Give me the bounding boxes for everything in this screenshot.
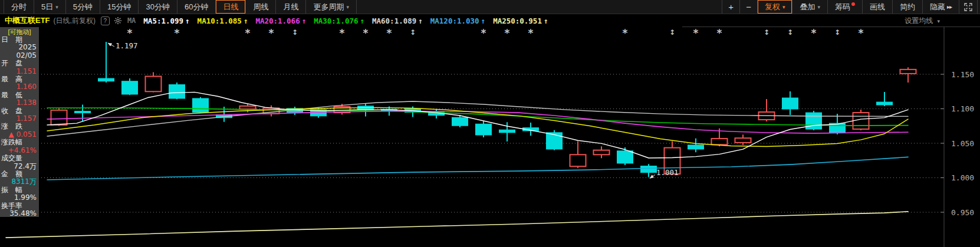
ma-prefix-label: MA [127,17,136,25]
panel-field-label: 日 期 [0,36,39,44]
period-tab-label: 15分钟 [107,2,131,12]
updown-marker-icon: ↕ [669,28,675,37]
up-arrow-icon: ↑ [481,17,486,25]
star-marker-icon: * [859,27,864,39]
tool-button-6[interactable]: 隐藏▸▸ [923,0,959,14]
period-tab-label: 5分钟 [73,2,93,12]
ma-values: MA5:1.099↑MA10:1.085↑MA20:1.066↑MA30:1.0… [136,17,548,25]
panel-field-label: 金 额 [0,170,39,178]
ohlc-data-panel[interactable]: [可拖动] 日 期202502/05开 盘1.151最 高1.160最 低1.1… [0,27,39,217]
chevron-down-icon: ▾ [817,4,820,10]
panel-field-value: 35.48% [0,210,39,218]
candlestick-chart[interactable]: 1.1501.1001.0501.0000.950****↕***↕****↕*… [0,0,980,247]
period-tab-label: 周线 [253,2,268,12]
star-marker-icon: * [245,27,251,39]
ma-value-ma120: MA120:1.030↑ [430,17,485,25]
ma-value-ma5: MA5:1.099↑ [143,17,189,25]
tool-button-2[interactable]: 叠加▾ [792,0,828,14]
period-tab-label: 日线 [223,2,238,12]
star-marker-icon: * [528,27,534,39]
help-icon[interactable]: ? [101,17,110,25]
chevron-down-icon: ▾ [782,4,785,10]
gear-icon[interactable] [114,17,122,25]
ma-line-ma250 [6,212,908,238]
panel-field-value: 02/05 [0,52,39,60]
panel-field-value: 1.138 [0,99,39,107]
period-tab-1[interactable]: 分时 [4,0,34,14]
up-arrow-icon: ↑ [544,17,548,25]
star-marker-icon: * [363,27,369,39]
updown-marker-icon: ↕ [764,28,769,37]
chart-tools: +−复权▾叠加▾筹码画线简约隐藏▸▸ [722,0,978,14]
settings-underline [682,27,980,27]
zoom-out-button[interactable]: − [740,0,758,14]
annotation-label: 1.197 [116,41,138,50]
period-tab-label: 更多周期 [313,2,344,12]
chevron-down-icon: ▾ [346,4,349,10]
updown-marker-icon: ↕ [292,28,298,37]
ma-value-ma30: MA30:1.076↑ [314,17,364,25]
period-tab-label: 60分钟 [185,2,208,12]
panel-field-value: 2025 [0,44,39,51]
star-marker-icon: * [481,27,486,39]
period-tab-7[interactable]: 日线 [216,0,246,14]
period-tab-8[interactable]: 周线 [246,0,276,14]
period-tab-10[interactable]: 更多周期▾ [306,0,357,14]
updown-marker-icon: ↕ [787,28,793,37]
period-tab-5[interactable]: 30分钟 [139,0,177,14]
zoom-in-button[interactable]: + [722,0,740,14]
panel-field-label: 成交量 [0,154,39,162]
star-marker-icon: * [505,27,510,39]
period-tab-9[interactable]: 月线 [276,0,306,14]
fullscreen-button[interactable] [959,0,978,14]
svg-text:1.050: 1.050 [951,139,974,148]
panel-field-value: +4.61% [0,147,39,154]
chevron-down-icon: ▾ [55,4,58,10]
star-marker-icon: * [175,27,180,39]
period-tab-label: 5日 [41,2,53,12]
tool-button-label: 筹码 [835,2,850,12]
chevron-down-icon: ▾ [937,18,940,24]
ma-value-ma250: MA250:0.951↑ [493,17,548,25]
panel-field-label: 换手率 [0,202,39,210]
chart-mode-label: (日线,前复权) [54,16,96,26]
period-tab-label: 月线 [283,2,298,12]
panel-field-label: 涨 跌 [0,123,39,130]
period-tab-4[interactable]: 15分钟 [100,0,139,14]
updown-marker-icon: ↕ [834,28,840,37]
tool-button-5[interactable]: 简约 [893,0,923,14]
panel-rows: 日 期202502/05开 盘1.151最 高1.160最 低1.138收 盘1… [0,36,39,218]
ma-line-ma120 [47,157,908,180]
stock-app-window: { "toolbar": { "caret_char": "▾", "perio… [0,0,980,247]
svg-text:1.000: 1.000 [951,173,974,182]
up-arrow-icon: ↑ [185,17,190,25]
candles [51,42,916,177]
period-tab-label: 30分钟 [146,2,169,12]
svg-text:1.150: 1.150 [951,70,974,79]
period-tab-3[interactable]: 5分钟 [66,0,100,14]
annotation-label: 1.001 [656,168,679,177]
star-marker-icon: * [269,27,274,39]
period-tab-6[interactable]: 60分钟 [177,0,216,14]
up-arrow-icon: ↑ [302,17,307,25]
tool-button-1[interactable]: 复权▾ [758,0,793,14]
up-arrow-icon: ↑ [360,17,364,25]
tool-button-4[interactable]: 画线 [863,0,893,14]
period-tab-2[interactable]: 5日▾ [34,0,66,14]
symbol-name: 中概互联ETF [5,15,50,26]
tool-button-3[interactable]: 筹码 [828,0,863,14]
panel-field-value: 72.4万 [0,163,39,170]
event-markers: ****↕***↕****↕**↕↕*↕* [127,27,864,39]
panel-field-label: 最 高 [0,75,39,83]
tool-button-label: 简约 [900,2,915,12]
panel-field-value: 8311万 [0,178,39,186]
panel-field-value: 1.157 [0,115,39,123]
star-marker-icon: * [811,27,817,39]
up-arrow-icon: ↑ [418,17,423,25]
ma-settings-dropdown[interactable]: 设置均线 ▾ [902,16,942,27]
panel-field-value: 1.99% [0,194,39,202]
ma-value-ma60: MA60:1.089↑ [372,17,423,25]
double-arrow-icon: ▸▸ [947,4,952,10]
expand-icon [964,3,972,11]
panel-field-value: 1.151 [0,68,39,75]
